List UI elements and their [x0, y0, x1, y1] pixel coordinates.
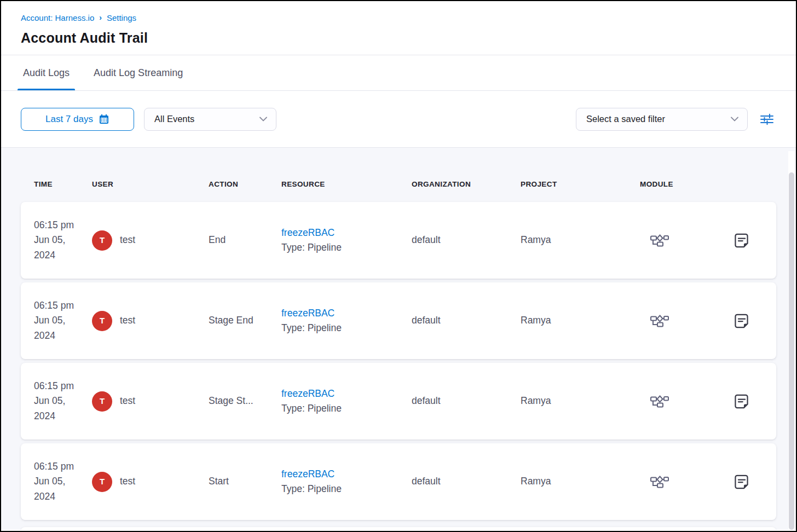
events-dropdown-value: All Events: [154, 114, 194, 124]
table-row: 06:15 pm Jun 05, 2024 T test Stage St...…: [21, 363, 776, 440]
user-name: test: [120, 233, 135, 247]
time-value: 06:15 pm: [34, 459, 84, 474]
user-name: test: [120, 313, 135, 328]
table-row: 06:15 pm Jun 05, 2024 T test Stage End f…: [21, 282, 776, 359]
tab-bar: Audit Logs Audit Log Streaming: [1, 55, 796, 90]
date-value: Jun 05, 2024: [34, 233, 84, 262]
resource-type: Type: Pipeline: [281, 482, 412, 496]
notes-icon: [733, 313, 750, 329]
action-cell: Start: [209, 474, 281, 489]
avatar: T: [92, 311, 112, 331]
date-value: Jun 05, 2024: [34, 474, 84, 504]
chevron-down-icon: [731, 117, 738, 122]
avatar: T: [92, 472, 112, 492]
user-name: test: [120, 474, 135, 489]
user-name: test: [120, 394, 135, 408]
page-header: Account: Harness.io › Settings Account A…: [1, 1, 796, 55]
table-row: 06:15 pm Jun 05, 2024 T test Start freez…: [21, 443, 776, 520]
date-value: Jun 05, 2024: [34, 394, 84, 423]
pipeline-module-icon: [640, 475, 669, 489]
calendar-icon: [99, 114, 109, 125]
table-header-row: TIME USER ACTION RESOURCE ORGANIZATION P…: [21, 180, 776, 188]
event-summary-button[interactable]: [733, 313, 750, 329]
events-dropdown[interactable]: All Events: [144, 108, 276, 131]
breadcrumb-separator-icon: ›: [99, 13, 102, 22]
time-value: 06:15 pm: [34, 218, 84, 233]
organization-cell: default: [412, 313, 521, 328]
date-range-label: Last 7 days: [45, 114, 93, 125]
chevron-down-icon: [259, 117, 267, 122]
project-cell: Ramya: [521, 233, 640, 247]
avatar: T: [92, 230, 112, 251]
scrollbar-thumb[interactable]: [789, 172, 794, 530]
action-cell: Stage St...: [209, 394, 281, 408]
pipeline-module-icon: [640, 314, 669, 328]
event-summary-button[interactable]: [733, 232, 750, 249]
column-header-module: MODULE: [640, 180, 707, 188]
filter-bar: Last 7 days All Events Select a saved fi…: [1, 91, 796, 147]
saved-filter-dropdown[interactable]: Select a saved filter: [576, 108, 748, 131]
notes-icon: [733, 232, 750, 249]
date-value: Jun 05, 2024: [34, 313, 84, 343]
time-value: 06:15 pm: [34, 379, 84, 394]
user-cell: T test: [92, 311, 209, 331]
tab-audit-logs[interactable]: Audit Logs: [21, 55, 72, 90]
tab-audit-log-streaming[interactable]: Audit Log Streaming: [91, 55, 185, 90]
column-header-project: PROJECT: [521, 180, 640, 188]
user-cell: T test: [92, 472, 209, 492]
time-value: 06:15 pm: [34, 298, 84, 313]
time-cell: 06:15 pm Jun 05, 2024: [34, 379, 92, 423]
event-summary-button[interactable]: [733, 473, 750, 490]
date-range-button[interactable]: Last 7 days: [21, 108, 134, 131]
page-title: Account Audit Trail: [21, 30, 776, 55]
action-cell: Stage End: [209, 313, 281, 328]
pipeline-module-icon: [640, 394, 669, 409]
notes-icon: [733, 473, 750, 490]
breadcrumb-account-link[interactable]: Account: Harness.io: [21, 13, 94, 22]
column-header-organization: ORGANIZATION: [412, 180, 521, 188]
saved-filter-value: Select a saved filter: [586, 114, 665, 124]
column-header-time: TIME: [34, 180, 92, 188]
vertical-scrollbar: [788, 151, 795, 530]
sliders-icon: [760, 112, 774, 126]
resource-link[interactable]: freezeRBAC: [281, 225, 334, 240]
action-cell: End: [209, 233, 281, 247]
user-cell: T test: [92, 230, 209, 251]
resource-cell: freezeRBAC Type: Pipeline: [281, 306, 412, 336]
audit-table: TIME USER ACTION RESOURCE ORGANIZATION P…: [1, 148, 796, 530]
resource-type: Type: Pipeline: [281, 240, 412, 255]
column-header-user: USER: [92, 180, 209, 188]
project-cell: Ramya: [521, 313, 640, 328]
column-header-resource: RESOURCE: [281, 180, 412, 188]
breadcrumb: Account: Harness.io › Settings: [21, 13, 776, 22]
organization-cell: default: [412, 394, 521, 408]
user-cell: T test: [92, 391, 209, 412]
notes-icon: [733, 393, 750, 410]
table-row: 06:15 pm Jun 05, 2024 T test End freezeR…: [21, 202, 776, 279]
resource-type: Type: Pipeline: [281, 321, 412, 336]
breadcrumb-settings-link[interactable]: Settings: [107, 13, 136, 22]
resource-link[interactable]: freezeRBAC: [281, 386, 334, 401]
event-summary-button[interactable]: [733, 393, 750, 410]
resource-link[interactable]: freezeRBAC: [281, 306, 334, 321]
filter-settings-button[interactable]: [758, 110, 776, 129]
pipeline-module-icon: [640, 233, 669, 248]
table-row-partial: [21, 527, 776, 530]
resource-cell: freezeRBAC Type: Pipeline: [281, 386, 412, 416]
resource-cell: freezeRBAC Type: Pipeline: [281, 467, 412, 496]
resource-cell: freezeRBAC Type: Pipeline: [281, 225, 412, 255]
project-cell: Ramya: [521, 394, 640, 408]
column-header-action: ACTION: [209, 180, 281, 188]
organization-cell: default: [412, 233, 521, 247]
time-cell: 06:15 pm Jun 05, 2024: [34, 298, 92, 343]
resource-link[interactable]: freezeRBAC: [281, 467, 334, 482]
project-cell: Ramya: [521, 474, 640, 489]
resource-type: Type: Pipeline: [281, 401, 412, 416]
time-cell: 06:15 pm Jun 05, 2024: [34, 459, 92, 504]
time-cell: 06:15 pm Jun 05, 2024: [34, 218, 92, 262]
organization-cell: default: [412, 474, 521, 489]
avatar: T: [92, 391, 112, 412]
